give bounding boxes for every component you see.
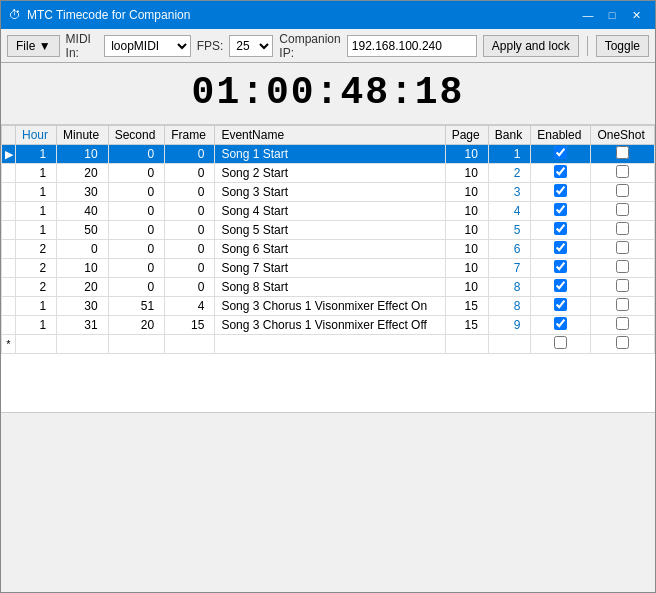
row-indicator bbox=[2, 259, 16, 278]
new-cell-enabled[interactable] bbox=[531, 335, 591, 354]
oneshot-checkbox[interactable] bbox=[616, 222, 629, 235]
maximize-button[interactable]: □ bbox=[601, 6, 623, 24]
oneshot-checkbox[interactable] bbox=[616, 298, 629, 311]
cell-frame: 0 bbox=[165, 221, 215, 240]
cell-enabled[interactable] bbox=[531, 297, 591, 316]
cell-oneshot[interactable] bbox=[591, 164, 655, 183]
cell-oneshot[interactable] bbox=[591, 183, 655, 202]
oneshot-checkbox[interactable] bbox=[616, 279, 629, 292]
table-row[interactable]: 2 10 0 0 Song 7 Start 10 7 bbox=[2, 259, 655, 278]
cell-frame: 0 bbox=[165, 183, 215, 202]
cell-event: Song 8 Start bbox=[215, 278, 445, 297]
enabled-checkbox[interactable] bbox=[554, 222, 567, 235]
cell-minute: 30 bbox=[57, 183, 109, 202]
oneshot-checkbox[interactable] bbox=[616, 241, 629, 254]
enabled-checkbox[interactable] bbox=[554, 317, 567, 330]
col-frame-header: Frame bbox=[165, 126, 215, 145]
cell-bank: 7 bbox=[488, 259, 530, 278]
timecode-display: 01:00:48:18 bbox=[1, 63, 655, 125]
cell-enabled[interactable] bbox=[531, 183, 591, 202]
apply-lock-button[interactable]: Apply and lock bbox=[483, 35, 579, 57]
cell-enabled[interactable] bbox=[531, 316, 591, 335]
new-cell-oneshot[interactable] bbox=[591, 335, 655, 354]
cell-oneshot[interactable] bbox=[591, 145, 655, 164]
midi-in-select[interactable]: loopMIDI bbox=[104, 35, 191, 57]
fps-select[interactable]: 25 bbox=[229, 35, 273, 57]
table-row[interactable]: 1 40 0 0 Song 4 Start 10 4 bbox=[2, 202, 655, 221]
close-button[interactable]: ✕ bbox=[625, 6, 647, 24]
cell-second: 0 bbox=[108, 259, 165, 278]
oneshot-checkbox[interactable] bbox=[616, 317, 629, 330]
table-header-row: Hour Minute Second Frame EventName Page … bbox=[2, 126, 655, 145]
bottom-area bbox=[1, 412, 655, 592]
cell-oneshot[interactable] bbox=[591, 259, 655, 278]
oneshot-checkbox[interactable] bbox=[616, 184, 629, 197]
cell-oneshot[interactable] bbox=[591, 221, 655, 240]
main-window: ⏱ MTC Timecode for Companion — □ ✕ File … bbox=[0, 0, 656, 593]
enabled-checkbox[interactable] bbox=[554, 260, 567, 273]
cell-frame: 0 bbox=[165, 278, 215, 297]
cell-oneshot[interactable] bbox=[591, 316, 655, 335]
cell-second: 0 bbox=[108, 145, 165, 164]
enabled-checkbox[interactable] bbox=[554, 184, 567, 197]
cell-second: 0 bbox=[108, 221, 165, 240]
cell-enabled[interactable] bbox=[531, 278, 591, 297]
cell-enabled[interactable] bbox=[531, 164, 591, 183]
companion-ip-input[interactable] bbox=[347, 35, 477, 57]
cell-bank: 5 bbox=[488, 221, 530, 240]
cell-hour: 2 bbox=[16, 240, 57, 259]
row-indicator bbox=[2, 240, 16, 259]
cell-enabled[interactable] bbox=[531, 240, 591, 259]
cell-enabled[interactable] bbox=[531, 259, 591, 278]
toolbar: File ▼ MIDI In: loopMIDI FPS: 25 Compani… bbox=[1, 29, 655, 63]
file-dropdown-icon: ▼ bbox=[39, 39, 51, 53]
table-row[interactable]: 1 20 0 0 Song 2 Start 10 2 bbox=[2, 164, 655, 183]
oneshot-checkbox[interactable] bbox=[616, 203, 629, 216]
cell-event: Song 6 Start bbox=[215, 240, 445, 259]
cell-oneshot[interactable] bbox=[591, 278, 655, 297]
table-row[interactable]: 1 30 0 0 Song 3 Start 10 3 bbox=[2, 183, 655, 202]
cell-oneshot[interactable] bbox=[591, 202, 655, 221]
row-indicator bbox=[2, 316, 16, 335]
enabled-checkbox[interactable] bbox=[554, 203, 567, 216]
toggle-button[interactable]: Toggle bbox=[596, 35, 649, 57]
table-row[interactable]: ▶ 1 10 0 0 Song 1 Start 10 1 bbox=[2, 145, 655, 164]
table-row[interactable]: 2 20 0 0 Song 8 Start 10 8 bbox=[2, 278, 655, 297]
minimize-button[interactable]: — bbox=[577, 6, 599, 24]
title-bar-left: ⏱ MTC Timecode for Companion bbox=[9, 8, 190, 22]
enabled-checkbox[interactable] bbox=[554, 241, 567, 254]
enabled-checkbox[interactable] bbox=[554, 165, 567, 178]
table-row[interactable]: 1 30 51 4 Song 3 Chorus 1 Visonmixer Eff… bbox=[2, 297, 655, 316]
cell-minute: 0 bbox=[57, 240, 109, 259]
table-container[interactable]: Hour Minute Second Frame EventName Page … bbox=[1, 125, 655, 412]
cell-minute: 20 bbox=[57, 164, 109, 183]
cell-enabled[interactable] bbox=[531, 145, 591, 164]
cell-second: 0 bbox=[108, 164, 165, 183]
cell-minute: 10 bbox=[57, 145, 109, 164]
file-menu-button[interactable]: File ▼ bbox=[7, 35, 60, 57]
enabled-checkbox[interactable] bbox=[554, 279, 567, 292]
new-row[interactable]: * bbox=[2, 335, 655, 354]
new-enabled-checkbox[interactable] bbox=[554, 336, 567, 349]
oneshot-checkbox[interactable] bbox=[616, 146, 629, 159]
table-row[interactable]: 2 0 0 0 Song 6 Start 10 6 bbox=[2, 240, 655, 259]
enabled-checkbox[interactable] bbox=[554, 298, 567, 311]
cell-frame: 15 bbox=[165, 316, 215, 335]
cell-bank: 2 bbox=[488, 164, 530, 183]
new-oneshot-checkbox[interactable] bbox=[616, 336, 629, 349]
cell-oneshot[interactable] bbox=[591, 240, 655, 259]
new-row-indicator: * bbox=[2, 335, 16, 354]
table-row[interactable]: 1 50 0 0 Song 5 Start 10 5 bbox=[2, 221, 655, 240]
col-page-header: Page bbox=[445, 126, 488, 145]
cell-frame: 0 bbox=[165, 259, 215, 278]
cell-oneshot[interactable] bbox=[591, 297, 655, 316]
cell-enabled[interactable] bbox=[531, 221, 591, 240]
enabled-checkbox[interactable] bbox=[554, 146, 567, 159]
table-row[interactable]: 1 31 20 15 Song 3 Chorus 1 Visonmixer Ef… bbox=[2, 316, 655, 335]
col-hour-header: Hour bbox=[16, 126, 57, 145]
oneshot-checkbox[interactable] bbox=[616, 165, 629, 178]
cell-enabled[interactable] bbox=[531, 202, 591, 221]
oneshot-checkbox[interactable] bbox=[616, 260, 629, 273]
cell-hour: 1 bbox=[16, 183, 57, 202]
new-cell-page bbox=[445, 335, 488, 354]
